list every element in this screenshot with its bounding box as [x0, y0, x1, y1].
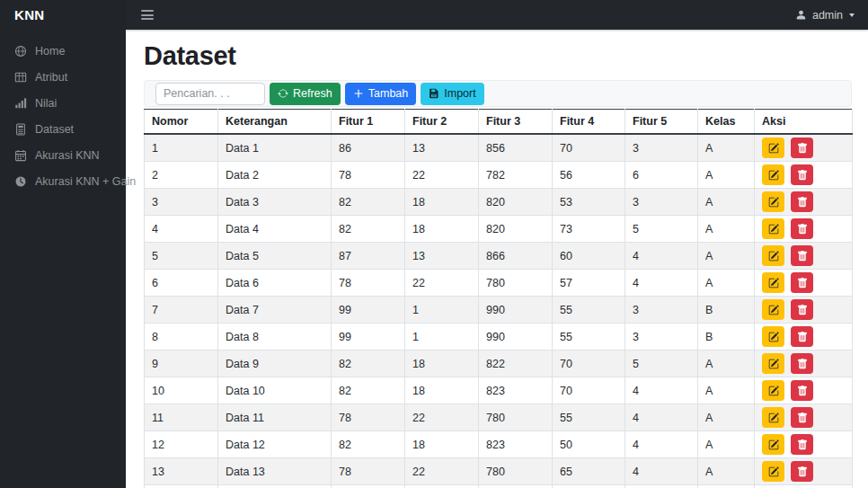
table-row: 9Data 98218822705A: [145, 350, 853, 377]
cell-keterangan: Data 9: [218, 350, 332, 377]
cell-fitur-5: 4: [625, 431, 698, 458]
cell-fitur-1: 82: [332, 431, 405, 458]
sidebar-item-label: Akurasi KNN + Gain: [35, 175, 136, 188]
cell-aksi: [755, 162, 853, 189]
app-brand: KNN: [0, 0, 126, 30]
cell-fitur-3: 866: [479, 243, 553, 270]
cell-aksi: [755, 485, 853, 488]
cell-keterangan: Data 7: [218, 297, 332, 324]
cell-fitur-4: 70: [553, 134, 625, 162]
delete-button[interactable]: [791, 461, 813, 482]
cell-nomor: 11: [145, 404, 218, 431]
sidebar-item-label: Home: [35, 45, 65, 58]
delete-button[interactable]: [791, 245, 813, 266]
edit-button[interactable]: [762, 191, 784, 212]
cell-aksi: [755, 377, 853, 404]
sidebar-item-atribut[interactable]: Atribut: [0, 64, 126, 90]
refresh-button[interactable]: Refresh: [270, 83, 341, 105]
edit-button[interactable]: [762, 245, 784, 266]
edit-pencil-icon: [768, 143, 779, 154]
delete-button[interactable]: [791, 326, 813, 347]
cell-fitur-5: 3: [625, 324, 698, 350]
tambah-button[interactable]: Tambah: [345, 83, 416, 105]
cell-kelas: A: [698, 134, 755, 162]
cell-fitur-4: 55: [553, 404, 625, 431]
tambah-button-label: Tambah: [368, 87, 408, 100]
cell-fitur-4: 73: [553, 216, 625, 243]
edit-button[interactable]: [762, 272, 784, 293]
edit-button[interactable]: [762, 353, 784, 374]
edit-pencil-icon: [768, 170, 779, 181]
table-icon: [14, 71, 27, 84]
delete-button[interactable]: [791, 353, 813, 374]
cell-fitur-1: 99: [332, 324, 405, 350]
cell-fitur-3: 990: [479, 324, 553, 350]
delete-button[interactable]: [791, 380, 813, 401]
sidebar-item-akurasi-knn[interactable]: Akurasi KNN: [0, 142, 126, 168]
cell-fitur-2: 22: [405, 485, 479, 488]
delete-button[interactable]: [791, 218, 813, 239]
column-header-nomor: Nomor: [145, 110, 218, 135]
edit-button[interactable]: [762, 380, 784, 401]
delete-button[interactable]: [791, 164, 813, 185]
cell-fitur-5: 3: [625, 189, 698, 216]
edit-button[interactable]: [762, 461, 784, 482]
cell-kelas: A: [698, 243, 755, 270]
cell-aksi: [755, 404, 853, 431]
cell-fitur-2: 18: [405, 350, 479, 377]
user-menu[interactable]: admin: [795, 9, 855, 22]
cell-fitur-1: 78: [332, 162, 405, 189]
edit-button[interactable]: [762, 434, 784, 455]
cell-keterangan: Data 8: [218, 324, 332, 350]
trash-icon: [797, 278, 808, 288]
cell-fitur-1: 82: [332, 216, 405, 243]
sidebar-item-nilai[interactable]: Nilai: [0, 90, 126, 116]
delete-button[interactable]: [791, 407, 813, 428]
edit-button[interactable]: [762, 164, 784, 185]
import-button[interactable]: Import: [421, 83, 483, 105]
edit-button[interactable]: [762, 326, 784, 347]
cell-fitur-2: 1: [405, 324, 479, 350]
trash-icon: [797, 466, 808, 477]
table-row: 13Data 137822780654A: [145, 458, 853, 485]
hamburger-menu-icon[interactable]: [139, 6, 155, 23]
cell-fitur-1: 82: [332, 189, 405, 216]
sidebar-item-dataset[interactable]: Dataset: [0, 116, 126, 142]
edit-button[interactable]: [762, 299, 784, 320]
cell-keterangan: Data 1: [218, 134, 332, 162]
trash-icon: [797, 197, 808, 208]
sidebar-item-akurasi-knn-gain[interactable]: Akurasi KNN + Gain: [0, 168, 126, 194]
sidebar-item-home[interactable]: Home: [0, 38, 126, 64]
table-row: 3Data 38218820533A: [145, 189, 853, 216]
search-input[interactable]: [155, 83, 265, 105]
delete-button[interactable]: [791, 434, 813, 455]
edit-pencil-icon: [768, 251, 779, 262]
trash-icon: [797, 305, 808, 315]
delete-button[interactable]: [791, 272, 813, 293]
cell-fitur-5: 5: [625, 216, 698, 243]
cell-fitur-4: 70: [553, 350, 625, 377]
cell-fitur-2: 22: [405, 162, 479, 189]
trash-icon: [797, 413, 808, 423]
cell-keterangan: Data 11: [218, 404, 332, 431]
cell-nomor: 1: [145, 134, 218, 162]
delete-button[interactable]: [791, 191, 813, 212]
cell-aksi: [755, 189, 853, 216]
cell-fitur-3: 820: [479, 216, 553, 243]
cell-kelas: A: [698, 485, 755, 488]
cell-keterangan: Data 6: [218, 270, 332, 297]
edit-button[interactable]: [762, 218, 784, 239]
delete-button[interactable]: [791, 138, 813, 158]
cell-fitur-4: 65: [553, 458, 625, 485]
delete-button[interactable]: [791, 299, 813, 320]
cell-fitur-4: 50: [553, 485, 625, 488]
table-row: 11Data 117822780554A: [145, 404, 853, 431]
cell-fitur-5: 3: [625, 485, 698, 488]
cell-aksi: [755, 297, 853, 324]
cell-fitur-5: 3: [625, 297, 698, 324]
edit-button[interactable]: [762, 407, 784, 428]
cell-fitur-3: 823: [479, 377, 553, 404]
column-header-fitur-3: Fitur 3: [479, 110, 553, 135]
edit-button[interactable]: [762, 138, 784, 158]
refresh-button-label: Refresh: [293, 87, 332, 100]
